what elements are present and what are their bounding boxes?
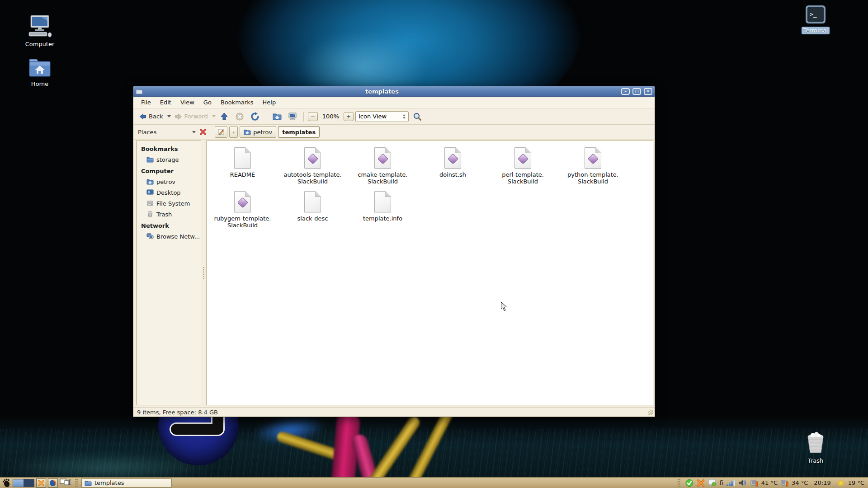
search-button[interactable] [410, 110, 424, 123]
tray-grip[interactable] [678, 479, 680, 487]
menu-edit[interactable]: Edit [156, 98, 175, 107]
forward-history-chevron [212, 115, 216, 117]
close-sidebar-icon[interactable] [199, 128, 207, 136]
file-item-doinst[interactable]: doinst.sh [418, 147, 488, 185]
window-titlebar[interactable]: templates – ▢ ✕ [133, 86, 655, 97]
volume-icon[interactable] [738, 479, 747, 487]
network-signal-icon[interactable] [726, 479, 735, 486]
menu-view[interactable]: View [176, 98, 198, 107]
minimize-button[interactable]: – [621, 88, 630, 95]
text-file-icon [234, 147, 251, 169]
resize-grip[interactable] [648, 410, 653, 415]
breadcrumb-petrov[interactable]: petrov [240, 126, 276, 138]
file-item-python-template[interactable]: python-template.SlackBuild [558, 147, 628, 185]
status-text: 9 items, Free space: 8.4 GB [137, 409, 218, 416]
pathbar: Places ‹ petrov templates [133, 125, 655, 140]
sidebar-mode-select[interactable]: Places [136, 128, 198, 136]
up-button[interactable] [217, 110, 231, 123]
zoom-in-button[interactable]: + [344, 112, 354, 121]
sidebar-item-desktop[interactable]: Desktop [137, 187, 201, 198]
board-temp-sensor-icon[interactable] [781, 479, 788, 487]
sidebar-splitter[interactable] [202, 141, 205, 405]
file-item-perl-template[interactable]: perl-template.SlackBuild [488, 147, 558, 185]
stop-icon [235, 112, 244, 121]
desktop-monitor-icon [288, 112, 297, 121]
cpu-temp-sensor-icon[interactable] [750, 479, 758, 487]
file-item-cmake-template[interactable]: cmake-template.SlackBuild [348, 147, 418, 185]
desktop-icon-trash[interactable]: Trash [793, 432, 838, 465]
launcher-firefox[interactable] [48, 479, 58, 488]
breadcrumb-templates[interactable]: templates [278, 126, 320, 138]
desktop-icon-home[interactable]: Home [17, 58, 62, 88]
desktop-icon-computer[interactable]: Computer [17, 14, 62, 48]
home-button[interactable] [270, 110, 284, 123]
file-item-readme[interactable]: README [208, 147, 278, 185]
workspace-pager[interactable] [13, 479, 34, 487]
edit-path-button[interactable] [215, 126, 227, 138]
folder-icon [146, 156, 154, 163]
forward-button[interactable]: Forward [173, 111, 210, 122]
home-folder-icon [28, 58, 52, 78]
script-file-icon [444, 147, 461, 169]
weather-sun-icon[interactable] [837, 479, 845, 487]
desktop-icon-terminal[interactable]: >_ Terminal [793, 5, 838, 34]
main-menu-foot-icon[interactable] [2, 479, 11, 488]
sidebar-section-bookmarks: Bookmarks [137, 143, 201, 154]
file-manager-window: templates – ▢ ✕ File Edit View Go Bookma… [133, 86, 655, 417]
menu-file[interactable]: File [137, 98, 155, 107]
zoom-out-button[interactable]: − [308, 112, 318, 121]
text-file-icon [374, 191, 391, 212]
script-file-icon [585, 147, 601, 169]
script-file-icon [234, 191, 251, 212]
status-bar: 9 items, Free space: 8.4 GB [133, 407, 655, 417]
menu-bookmarks[interactable]: Bookmarks [217, 98, 258, 107]
zoom-level: 100% [320, 113, 342, 120]
updates-ok-icon[interactable] [685, 479, 693, 487]
launcher-window-list[interactable] [60, 478, 71, 488]
file-item-template-info[interactable]: template.info [348, 191, 418, 229]
taskbar-launchers [2, 478, 71, 488]
chat-bubble-icon[interactable] [708, 479, 717, 487]
cpu-temperature: 41 °C [761, 479, 778, 486]
file-list-view[interactable]: README autotools-template.SlackBuild cma… [206, 141, 653, 405]
panel-grip[interactable] [75, 479, 78, 487]
file-item-slack-desc[interactable]: slack-desc [278, 191, 348, 229]
back-arrow-icon [139, 113, 146, 120]
terminal-icon: >_ [804, 5, 827, 24]
reload-button[interactable] [248, 110, 262, 123]
menu-go[interactable]: Go [199, 98, 216, 107]
workspace-1-active[interactable] [13, 479, 24, 487]
launcher-xkill[interactable] [36, 479, 46, 488]
sidebar-item-storage[interactable]: storage [137, 154, 201, 165]
menu-help[interactable]: Help [259, 98, 280, 107]
back-history-chevron[interactable] [167, 115, 171, 117]
keyboard-layout-indicator[interactable]: fi [720, 479, 723, 486]
script-file-icon [514, 147, 531, 169]
disconnected-x-icon[interactable] [697, 479, 705, 487]
pencil-icon [217, 128, 225, 136]
text-file-icon [304, 191, 321, 212]
weather-temperature: 19 °C [848, 479, 864, 486]
view-mode-select[interactable]: Icon View [355, 111, 409, 122]
task-button-templates[interactable]: templates [81, 479, 172, 488]
file-item-rubygem-template[interactable]: rubygem-template.SlackBuild [208, 191, 278, 229]
close-button[interactable]: ✕ [644, 88, 652, 95]
sidebar-item-trash[interactable]: Trash [137, 209, 201, 220]
trash-icon [146, 211, 154, 218]
file-item-autotools-template[interactable]: autotools-template.SlackBuild [278, 147, 348, 185]
path-scroll-left-button[interactable]: ‹ [229, 126, 238, 138]
desktop-monitor-icon [146, 189, 154, 196]
desktop-button[interactable] [286, 110, 299, 123]
clock[interactable]: 20:19 [814, 479, 830, 486]
sidebar-item-browse-network[interactable]: Browse Netw... [137, 231, 201, 242]
sidebar-item-filesystem[interactable]: File System [137, 198, 201, 209]
workspace-2[interactable] [24, 479, 34, 487]
forward-arrow-icon [175, 113, 182, 120]
splitter-handle [203, 267, 204, 279]
desktop-icon-label: Terminal [802, 27, 830, 34]
system-tray: fi 41 °C 34 °C 20:19 19 °C [676, 479, 866, 487]
maximize-button[interactable]: ▢ [632, 88, 641, 95]
desktop-icon-label: Home [29, 80, 50, 88]
sidebar-item-petrov[interactable]: petrov [137, 176, 201, 187]
back-button[interactable]: Back [137, 111, 165, 122]
